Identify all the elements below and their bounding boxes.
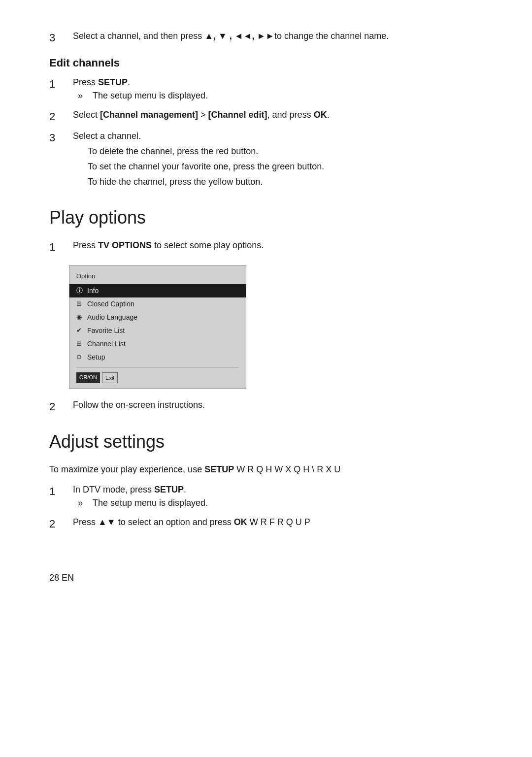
menu-item-favorite-label: Favorite List — [87, 326, 125, 336]
menu-item-info-label: Info — [87, 286, 99, 296]
adjust-intro-after: W R Q H W X Q H \ R X U — [234, 464, 340, 474]
edit-step1-period: . — [128, 77, 130, 87]
play-step2: 2 Follow the on-screen instructions. — [49, 398, 483, 415]
adjust-intro-setup: SETUP — [204, 464, 234, 474]
adjust-step1-content: In DTV mode, press SETUP. » The setup me… — [73, 483, 483, 511]
adjust-step1-sub: » The setup menu is displayed. — [78, 496, 483, 510]
menu-item-audio-language[interactable]: ◉ Audio Language — [69, 311, 246, 324]
edit-step2: 2 Select [Channel management] > [Channel… — [49, 108, 483, 125]
play-step1-suffix: to select some play options. — [152, 240, 264, 250]
step3-text-before: Select a channel, and then press — [73, 31, 204, 41]
menu-item-favorite-list[interactable]: ✔ Favorite List — [69, 324, 246, 337]
adjust-step1-sub-text: The setup menu is displayed. — [93, 496, 208, 510]
indent-hide: To hide the channel, press the yellow bu… — [88, 175, 483, 189]
adjust-step2-content: Press ▲▼ to select an option and press O… — [73, 516, 483, 532]
play-step1-prefix: Press — [73, 240, 98, 250]
edit-step2-content: Select [Channel management] > [Channel e… — [73, 108, 483, 125]
adjust-step2-end: W R F R Q U P — [247, 517, 310, 527]
edit-step2-prefix: Select — [73, 110, 100, 120]
menu-item-channel-label: Channel List — [87, 339, 126, 349]
edit-step1-sub-text: The setup menu is displayed. — [93, 89, 208, 102]
adjust-step2-number: 2 — [49, 516, 63, 532]
play-step1: 1 Press TV OPTIONS to select some play o… — [49, 239, 483, 255]
edit-step2-ok: OK — [314, 110, 327, 120]
menu-divider — [76, 367, 239, 367]
page-footer: 28 EN — [49, 571, 483, 585]
play-step1-number: 1 — [49, 239, 63, 255]
options-menu: Option ⓘ Info ⊟ Closed Caption ◉ Audio L… — [69, 265, 246, 389]
adjust-step2-prefix: Press — [73, 517, 98, 527]
chevron-icon: » — [78, 89, 88, 102]
info-icon: ⓘ — [76, 286, 84, 296]
edit-step1-sub: » The setup menu is displayed. — [78, 89, 483, 102]
step3-number: 3 — [49, 30, 63, 46]
menu-buttons: OR/ON Exit — [69, 370, 246, 384]
edit-step3: 3 Select a channel. To delete the channe… — [49, 130, 483, 191]
edit-step2-gt: > — [198, 110, 208, 120]
ok-button[interactable]: OR/ON — [76, 372, 100, 384]
edit-step2-bold1: [Channel management] — [100, 110, 198, 120]
step3-text: Select a channel, and then press ▲, ▼ , … — [73, 30, 483, 46]
adjust-step1-prefix: In DTV mode, press — [73, 485, 154, 494]
menu-header: Option — [69, 270, 246, 282]
edit-step2-bold2: [Channel edit] — [208, 110, 267, 120]
audio-icon: ◉ — [76, 312, 84, 322]
menu-item-setup-label: Setup — [87, 352, 105, 362]
closed-caption-icon: ⊟ — [76, 299, 84, 309]
adjust-step2: 2 Press ▲▼ to select an option and press… — [49, 516, 483, 532]
menu-item-audio-label: Audio Language — [87, 312, 137, 323]
indent-delete: To delete the channel, press the red but… — [88, 145, 483, 158]
play-step1-content: Press TV OPTIONS to select some play opt… — [73, 239, 483, 255]
play-step2-text: Follow the on-screen instructions. — [73, 400, 205, 410]
edit-step3-text: Select a channel. — [73, 130, 483, 143]
adjust-intro-before: To maximize your play experience, use — [49, 464, 204, 474]
adjust-step1-setup: SETUP — [154, 485, 184, 494]
step3-text-after: to change the channel name. — [274, 31, 389, 41]
adjust-step2-mid: to select an option and press — [116, 517, 234, 527]
edit-step3-indents: To delete the channel, press the red but… — [88, 145, 483, 189]
edit-step1-content: Press SETUP. » The setup menu is display… — [73, 76, 483, 103]
menu-item-closed-caption[interactable]: ⊟ Closed Caption — [69, 297, 246, 311]
edit-step1-prefix: Press — [73, 77, 98, 87]
play-options-heading: Play options — [49, 204, 483, 231]
channel-list-icon: ⊞ — [76, 339, 84, 349]
adjust-ok: OK — [234, 517, 247, 527]
edit-step2-mid: , and press — [267, 110, 314, 120]
play-step2-content: Follow the on-screen instructions. — [73, 398, 483, 415]
menu-item-cc-label: Closed Caption — [87, 299, 134, 309]
adjust-step1-period: . — [184, 485, 186, 494]
edit-step3-number: 3 — [49, 130, 63, 191]
edit-step2-number: 2 — [49, 108, 63, 125]
edit-channels-heading: Edit channels — [49, 55, 483, 71]
menu-item-info[interactable]: ⓘ Info — [69, 284, 246, 297]
adjust-arrows: ▲▼ — [98, 516, 116, 529]
edit-step1: 1 Press SETUP. » The setup menu is displ… — [49, 76, 483, 103]
favorite-icon: ✔ — [76, 326, 84, 335]
play-step1-tv-options: TV OPTIONS — [98, 240, 152, 250]
adjust-step1-number: 1 — [49, 483, 63, 511]
edit-step1-setup: SETUP — [98, 77, 128, 87]
play-step2-number: 2 — [49, 398, 63, 415]
edit-step1-number: 1 — [49, 76, 63, 103]
menu-item-setup[interactable]: ⊙ Setup — [69, 351, 246, 364]
adjust-intro: To maximize your play experience, use SE… — [49, 463, 483, 476]
menu-item-channel-list[interactable]: ⊞ Channel List — [69, 337, 246, 351]
step3-arrows: ▲, ▼ , ◄◄, ►► — [204, 30, 274, 43]
chevron2-icon: » — [78, 496, 88, 510]
adjust-step1: 1 In DTV mode, press SETUP. » The setup … — [49, 483, 483, 511]
exit-button[interactable]: Exit — [102, 372, 118, 384]
adjust-settings-heading: Adjust settings — [49, 428, 483, 455]
indent-favorite: To set the channel your favorite one, pr… — [88, 160, 483, 173]
setup-icon: ⊙ — [76, 352, 84, 362]
edit-step2-end: . — [327, 110, 330, 120]
edit-step3-content: Select a channel. To delete the channel,… — [73, 130, 483, 191]
step3-intro: 3 Select a channel, and then press ▲, ▼ … — [49, 30, 483, 46]
